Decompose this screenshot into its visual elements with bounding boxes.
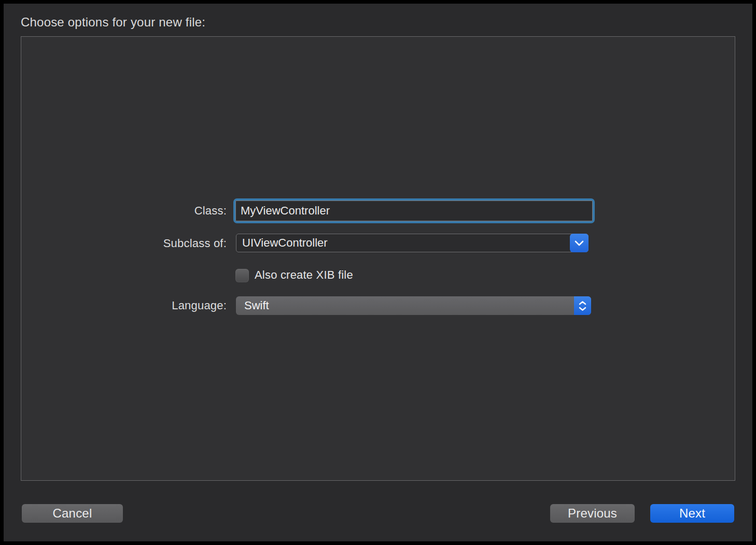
subclass-combo-box[interactable]: UIViewController bbox=[236, 234, 589, 252]
also-create-xib-checkbox[interactable] bbox=[235, 269, 249, 282]
new-file-options-sheet: Choose options for your new file: Class:… bbox=[4, 4, 752, 541]
language-popup-value: Swift bbox=[244, 296, 269, 315]
class-name-input[interactable] bbox=[235, 200, 593, 221]
class-field-focus-ring bbox=[233, 198, 595, 223]
chevron-down-icon bbox=[579, 307, 586, 311]
options-panel bbox=[21, 36, 735, 481]
subclass-combo-value: UIViewController bbox=[242, 234, 328, 252]
class-field-label: Class: bbox=[4, 203, 227, 219]
subclass-field-label: Subclass of: bbox=[4, 236, 227, 251]
language-field-label: Language: bbox=[4, 298, 227, 313]
previous-button[interactable]: Previous bbox=[550, 504, 635, 523]
next-button[interactable]: Next bbox=[650, 504, 734, 523]
subclass-combo-dropdown-button[interactable] bbox=[570, 234, 589, 252]
also-create-xib-label[interactable]: Also create XIB file bbox=[255, 267, 353, 283]
chevron-down-icon bbox=[575, 240, 584, 246]
cancel-button[interactable]: Cancel bbox=[22, 504, 123, 523]
language-popup-button[interactable]: Swift bbox=[236, 296, 591, 315]
language-popup-stepper[interactable] bbox=[574, 296, 591, 315]
sheet-title: Choose options for your new file: bbox=[21, 13, 205, 31]
chevron-up-icon bbox=[579, 301, 586, 305]
